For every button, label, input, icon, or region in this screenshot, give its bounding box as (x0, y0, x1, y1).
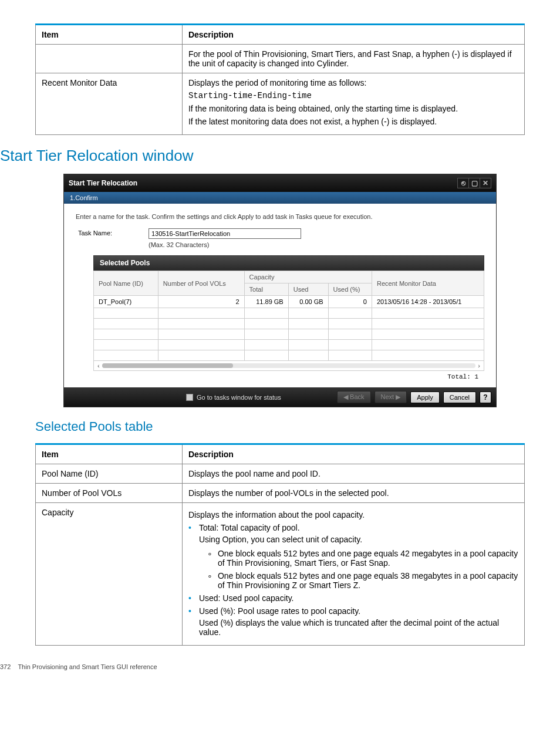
cell-recent: 2013/05/16 14:28 - 2013/05/1 (372, 296, 484, 308)
th-item2: Item (42, 450, 59, 459)
th-desc2: Description (188, 450, 234, 459)
th-desc: Description (188, 30, 234, 39)
col-recent: Recent Monitor Data (372, 271, 484, 296)
r3-b2: Used: Used pool capacity. (197, 593, 518, 603)
help-icon[interactable]: ? (480, 391, 491, 403)
dialog: Start Tier Relocation ⎋ ▢ ✕ 1.Confirm En… (63, 174, 497, 407)
chevron-left-icon[interactable]: ‹ (97, 362, 100, 369)
chevron-right-icon[interactable]: › (478, 362, 480, 369)
back-button[interactable]: ◀ Back (337, 391, 371, 403)
dialog-instruction: Enter a name for the task. Confirm the s… (76, 213, 484, 220)
r2-desc: Displays the number of pool-VOLs in the … (182, 484, 524, 503)
main-heading: Start Tier Relocation window (0, 147, 525, 165)
go-to-tasks-label: Go to tasks window for status (197, 394, 281, 401)
footer-text: Thin Provisioning and Smart Tiers GUI re… (18, 663, 157, 670)
cell-usedpct: 0 (328, 296, 372, 308)
page-footer: 372 Thin Provisioning and Smart Tiers GU… (0, 663, 525, 670)
r3-intro: Displays the information about the pool … (188, 510, 518, 519)
next-button[interactable]: Next ▶ (375, 391, 407, 403)
task-name-hint: (Max. 32 Characters) (149, 241, 301, 248)
cell-num: 2 (158, 296, 244, 308)
col-total: Total (244, 283, 288, 296)
row2-item: Recent Monitor Data (42, 78, 117, 87)
r2-item: Number of Pool VOLs (36, 484, 183, 503)
dialog-title: Start Tier Relocation (69, 179, 137, 187)
cell-used: 0.00 GB (288, 296, 328, 308)
col-capacity: Capacity (244, 271, 372, 283)
cell-total: 11.89 GB (244, 296, 288, 308)
go-to-tasks-checkbox[interactable] (186, 394, 193, 401)
th-item: Item (42, 30, 59, 39)
r3-c1: One block equals 512 bytes and one page … (215, 549, 518, 568)
row1-desc: For the pool of Thin Provisioning, Smart… (188, 49, 512, 68)
total-line: Total: 1 (93, 371, 484, 382)
dialog-titlebar: Start Tier Relocation ⎋ ▢ ✕ (64, 174, 496, 192)
r1-desc: Displays the pool name and pool ID. (182, 464, 524, 484)
selected-pools-desc-table: Item Description Pool Name (ID) Displays… (35, 443, 525, 646)
restore-icon[interactable]: ▢ (468, 178, 480, 188)
r3-b3s: Used (%) displays the value which is tru… (199, 618, 518, 637)
row2-desc-d: If the latest monitoring data does not e… (188, 117, 518, 126)
col-poolname: Pool Name (ID) (94, 271, 158, 296)
row2-desc-a: Displays the period of monitoring time a… (188, 78, 518, 87)
col-usedpct: Used (%) (328, 283, 372, 296)
r1-item: Pool Name (ID) (36, 464, 183, 484)
sub-heading: Selected Pools table (35, 419, 525, 434)
dialog-step: 1.Confirm (64, 192, 496, 204)
top-info-table: Item Description For the pool of Thin Pr… (35, 23, 525, 135)
table-row[interactable]: DT_Pool(7) 2 11.89 GB 0.00 GB 0 2013/05/… (94, 296, 484, 308)
selected-pools-table: Pool Name (ID) Number of Pool VOLs Capac… (93, 271, 484, 361)
task-name-input[interactable] (149, 228, 301, 239)
row2-desc-b: Starting-time-Ending-time (188, 91, 518, 100)
r3-b3: Used (%): Pool usage rates to pool capac… (199, 606, 360, 616)
apply-button[interactable]: Apply (410, 391, 440, 403)
row2-desc-c: If the monitoring data is being obtained… (188, 104, 518, 113)
horizontal-scrollbar[interactable]: ‹ › (93, 361, 484, 371)
r3-b1: Total: Total capacity of pool. (199, 523, 300, 532)
cancel-button[interactable]: Cancel (443, 391, 476, 403)
col-numvols: Number of Pool VOLs (158, 271, 244, 296)
col-used: Used (288, 283, 328, 296)
r3-b1s: Using Option, you can select unit of cap… (199, 535, 518, 544)
selected-pools-header: Selected Pools (93, 255, 484, 271)
r3-item: Capacity (36, 503, 183, 646)
r3-c2: One block equals 512 bytes and one page … (215, 571, 518, 590)
filter-icon[interactable]: ⎋ (457, 178, 469, 188)
cell-pool: DT_Pool(7) (94, 296, 158, 308)
page-number: 372 (0, 663, 11, 670)
task-name-label: Task Name: (78, 228, 149, 237)
close-icon[interactable]: ✕ (480, 178, 491, 188)
